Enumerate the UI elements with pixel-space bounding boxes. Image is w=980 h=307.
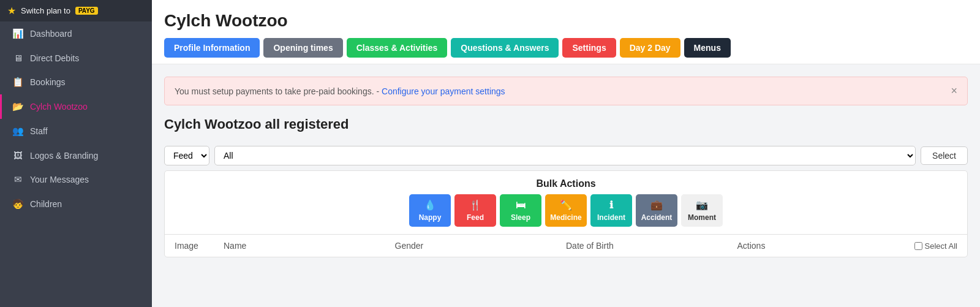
cylch-wootzoo-icon: 📂 [12,101,24,112]
tab-opening-times[interactable]: Opening times [263,38,342,58]
sidebar-item-children[interactable]: 🧒Children [0,192,152,216]
sidebar-item-direct-debits[interactable]: 🖥Direct Debits [0,46,152,70]
switch-plan-label: Switch plan to [21,6,70,15]
bulk-btn-nappy[interactable]: 💧Nappy [409,194,451,227]
direct-debits-icon: 🖥 [12,53,24,63]
bulk-actions-title: Bulk Actions [165,171,967,194]
nav-tabs: Profile InformationOpening timesClasses … [164,38,968,58]
sidebar-item-cylch-wootzoo[interactable]: 📂Cylch Wootzoo [0,94,152,119]
col-select-all: Select All [908,241,957,251]
payment-alert: You must setup payments to take pre-paid… [164,77,968,105]
star-icon: ★ [7,5,16,17]
children-icon: 🧒 [12,199,24,210]
bulk-actions-panel: Bulk Actions 💧Nappy🍴Feed🛏Sleep✏️Medicine… [164,170,968,257]
your-messages-icon: ✉ [12,174,24,185]
col-gender: Gender [395,241,567,251]
bulk-action-buttons: 💧Nappy🍴Feed🛏Sleep✏️MedicineℹIncident💼Acc… [165,194,967,234]
sidebar-item-bookings[interactable]: 📋Bookings [0,70,152,94]
tab-day-2-day[interactable]: Day 2 Day [620,38,680,58]
select-all-checkbox[interactable] [914,242,922,250]
moment-icon: 📷 [696,199,708,211]
table-header: Image Name Gender Date of Birth Actions … [165,234,967,257]
bulk-btn-incident[interactable]: ℹIncident [590,194,632,227]
accident-icon: 💼 [650,199,663,211]
page-title: Cylch Wootzoo [164,11,968,31]
feed-icon: 🍴 [469,199,481,211]
sidebar-item-label: Logos & Branding [30,151,98,161]
sidebar-item-label: Cylch Wootzoo [30,102,88,112]
alert-close-button[interactable]: × [951,85,957,97]
select-button[interactable]: Select [921,146,968,165]
tab-questions-answers[interactable]: Questions & Answers [451,38,559,58]
dashboard-icon: 📊 [12,28,24,39]
sidebar-item-label: Staff [30,126,48,136]
sidebar-item-label: Children [30,199,62,209]
tab-menus[interactable]: Menus [684,38,731,58]
bulk-btn-moment[interactable]: 📷Moment [681,194,723,227]
content-area: You must setup payments to take pre-paid… [152,64,980,307]
incident-icon: ℹ [609,199,613,211]
filter-row: Feed All Select [164,141,968,170]
switch-plan-bar[interactable]: ★ Switch plan to PAYG [0,0,152,21]
sidebar-item-your-messages[interactable]: ✉Your Messages [0,167,152,192]
col-actions: Actions [737,241,909,251]
sidebar-item-label: Bookings [30,77,66,87]
tab-settings[interactable]: Settings [562,38,616,58]
tab-profile-information[interactable]: Profile Information [164,38,260,58]
payg-badge: PAYG [75,7,98,15]
bulk-btn-sleep[interactable]: 🛏Sleep [500,194,541,227]
bulk-btn-feed[interactable]: 🍴Feed [454,194,496,227]
main-content: Cylch Wootzoo Profile InformationOpening… [152,0,980,307]
sidebar-nav: 📊Dashboard🖥Direct Debits📋Bookings📂Cylch … [0,21,152,216]
nappy-icon: 💧 [424,199,436,211]
sidebar-item-label: Dashboard [30,29,72,39]
tab-classes-activities[interactable]: Classes & Activities [347,38,448,58]
section-title: Cylch Wootzoo all registered [164,116,968,132]
col-name: Name [224,241,395,251]
feed-filter-select[interactable]: Feed [164,146,209,165]
alert-text: You must setup payments to take pre-paid… [175,86,505,96]
bulk-btn-accident[interactable]: 💼Accident [636,194,677,227]
sleep-icon: 🛏 [516,200,526,211]
sidebar-item-staff[interactable]: 👥Staff [0,119,152,143]
sidebar-item-label: Your Messages [30,175,89,184]
col-dob: Date of Birth [566,241,737,251]
staff-icon: 👥 [12,126,24,137]
col-image: Image [175,241,224,251]
configure-payment-link[interactable]: Configure your payment settings [382,86,505,96]
page-header: Cylch Wootzoo Profile InformationOpening… [152,0,980,64]
sidebar: ★ Switch plan to PAYG 📊Dashboard🖥Direct … [0,0,152,307]
bulk-btn-medicine[interactable]: ✏️Medicine [545,194,587,227]
bookings-icon: 📋 [12,77,24,88]
medicine-icon: ✏️ [560,199,572,211]
sidebar-item-dashboard[interactable]: 📊Dashboard [0,21,152,46]
sidebar-item-label: Direct Debits [30,53,79,63]
logos-branding-icon: 🖼 [12,150,24,161]
sidebar-item-logos-branding[interactable]: 🖼Logos & Branding [0,143,152,167]
all-filter-select[interactable]: All [214,146,916,165]
